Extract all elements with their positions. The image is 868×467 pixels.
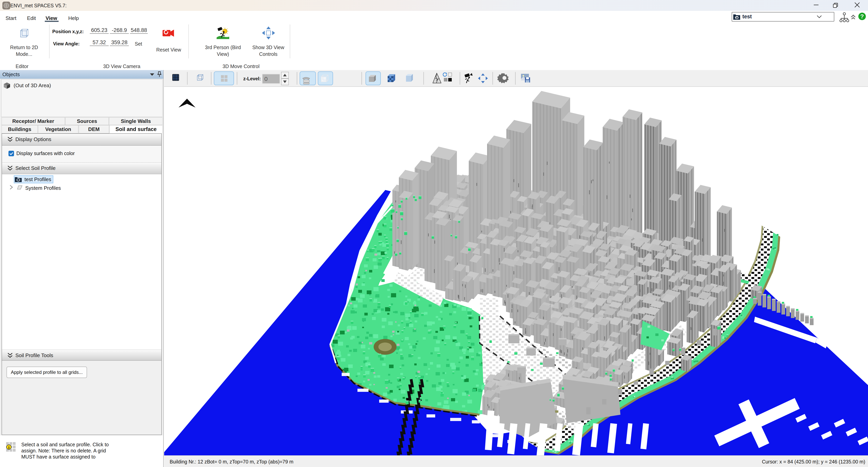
svg-text:i: i (8, 445, 9, 450)
svg-text:0: 0 (265, 75, 268, 82)
svg-text:?: ? (860, 13, 864, 20)
svg-text:z-Level:: z-Level: (243, 76, 261, 81)
